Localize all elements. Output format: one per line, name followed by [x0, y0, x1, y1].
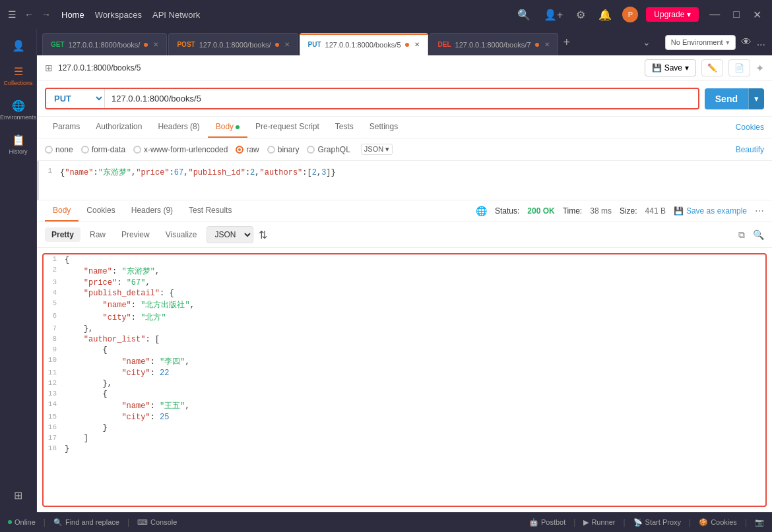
body-opt-urlencoded[interactable]: x-www-form-urlencoded — [133, 145, 228, 154]
filter-icon[interactable]: ⇅ — [259, 229, 267, 241]
env-selector[interactable]: No Environment ▾ — [665, 35, 736, 50]
method-url-wrapper: PUT GET POST DELETE PATCH — [45, 88, 699, 109]
response-format-selector[interactable]: JSON XML Text — [207, 226, 253, 243]
cookies-bottom-label: Cookies — [711, 518, 737, 526]
response-line-content: "city": 25 — [65, 413, 765, 422]
tab-put[interactable]: PUT 127.0.0.1:8000/books/5 ✕ — [300, 33, 428, 55]
tab-post[interactable]: POST 127.0.0.1:8000/books/ ✕ — [168, 33, 298, 55]
postbot-item[interactable]: 🤖 Postbot — [529, 518, 565, 527]
save-button[interactable]: 💾 Save ▾ — [645, 59, 696, 76]
copy-icon[interactable]: ⧉ — [738, 229, 745, 241]
runner-item[interactable]: ▶ Runner — [583, 518, 615, 527]
save-example-button[interactable]: 💾 Save as example — [674, 206, 747, 216]
json-type-badge[interactable]: JSON ▾ — [361, 144, 393, 155]
body-opt-graphql[interactable]: GraphQL — [307, 145, 350, 154]
env-config-icon[interactable]: 👁 — [741, 36, 752, 48]
upgrade-button[interactable]: Upgrade ▾ — [646, 7, 699, 22]
response-line: 11 "city": 22 — [44, 368, 765, 378]
resp-tab-body[interactable]: Body — [45, 200, 79, 222]
sidebar-item-environments[interactable]: 🌐 Environments — [3, 94, 34, 126]
req-tab-pre-request[interactable]: Pre-request Script — [247, 117, 327, 138]
menu-icon[interactable]: ☰ — [8, 9, 16, 20]
start-proxy-item[interactable]: 📡 Start Proxy — [633, 518, 681, 527]
beautify-button[interactable]: Beautify — [736, 145, 764, 154]
star-icon[interactable]: ✦ — [756, 62, 764, 74]
back-icon[interactable]: ← — [24, 9, 34, 20]
resp-tab-test-results[interactable]: Test Results — [181, 200, 240, 222]
tab-get[interactable]: GET 127.0.0.1:8000/books/ ✕ — [42, 33, 167, 55]
body-opt-raw[interactable]: raw — [236, 145, 259, 154]
maximize-icon[interactable]: □ — [730, 6, 742, 23]
resp-tab-cookies[interactable]: Cookies — [79, 200, 123, 222]
response-more-button[interactable]: ⋯ — [755, 206, 764, 216]
capture-icon-item[interactable]: 📷 — [755, 518, 764, 527]
method-selector[interactable]: PUT GET POST DELETE PATCH — [46, 89, 105, 108]
req-tab-body[interactable]: Body — [208, 117, 247, 138]
response-line: 10 "name": "李四", — [44, 355, 765, 368]
tab-close-put[interactable]: ✕ — [414, 41, 420, 48]
response-line: 17 ] — [44, 433, 765, 444]
req-tab-headers[interactable]: Headers (8) — [150, 117, 207, 138]
tab-row: GET 127.0.0.1:8000/books/ ✕ POST 127.0.0… — [37, 29, 772, 55]
sidebar-item-profile[interactable]: 👤 — [3, 34, 34, 57]
view-preview-button[interactable]: Preview — [115, 227, 156, 242]
resp-tab-headers[interactable]: Headers (9) — [123, 200, 181, 222]
tab-dot-del — [535, 43, 539, 47]
forward-icon[interactable]: → — [42, 9, 51, 20]
find-replace-label: Find and replace — [65, 518, 119, 526]
sidebar-item-history[interactable]: 📋 History — [3, 129, 34, 160]
tab-method-get: GET — [51, 41, 65, 48]
console-item[interactable]: ⌨ Console — [137, 518, 177, 527]
req-tab-params[interactable]: Params — [45, 117, 88, 138]
view-visualize-button[interactable]: Visualize — [159, 227, 204, 242]
add-user-icon[interactable]: 👤+ — [541, 6, 565, 24]
request-body-editor[interactable]: 1 {"name":"东游梦","price":67,"publish_id":… — [37, 161, 772, 200]
cookies-bottom-item[interactable]: 🍪 Cookies — [699, 518, 737, 527]
nav-api-network[interactable]: API Network — [152, 10, 200, 20]
minimize-icon[interactable]: — — [707, 6, 723, 23]
body-opt-formdata[interactable]: form-data — [81, 145, 125, 154]
online-dot — [8, 520, 12, 524]
nav-home[interactable]: Home — [61, 10, 84, 20]
tab-del[interactable]: DEL 127.0.0.1:8000/books/7 ✕ — [430, 33, 558, 55]
tab-dot-get — [144, 43, 148, 47]
tab-close-post[interactable]: ✕ — [284, 41, 290, 48]
gear-icon[interactable]: ⚙ — [573, 6, 588, 24]
response-line-num: 11 — [44, 369, 65, 378]
docs-icon-btn[interactable]: 📄 — [728, 59, 750, 76]
view-pretty-button[interactable]: Pretty — [45, 227, 80, 242]
tab-add-button[interactable]: + — [560, 36, 575, 49]
env-more-icon[interactable]: ... — [757, 36, 765, 48]
tab-more-button[interactable]: ⌄ — [640, 37, 653, 47]
req-tab-authorization[interactable]: Authorization — [88, 117, 150, 138]
search-icon[interactable]: 🔍 — [515, 6, 533, 24]
search-response-icon[interactable]: 🔍 — [753, 229, 764, 240]
url-input[interactable] — [105, 89, 698, 108]
tab-bar: GET 127.0.0.1:8000/books/ ✕ POST 127.0.0… — [37, 29, 659, 55]
body-opt-none[interactable]: none — [45, 145, 73, 154]
nav-workspaces[interactable]: Workspaces — [95, 10, 142, 20]
bell-icon[interactable]: 🔔 — [596, 6, 614, 24]
response-line: 18} — [44, 444, 765, 454]
tab-dot-post — [275, 43, 279, 47]
save-label: Save — [664, 63, 682, 73]
sidebar-item-collections[interactable]: ☰ Collections — [3, 60, 34, 92]
req-tab-tests[interactable]: Tests — [327, 117, 362, 138]
send-dropdown-button[interactable]: ▾ — [748, 88, 764, 109]
tab-close-get[interactable]: ✕ — [153, 41, 158, 48]
avatar-icon[interactable]: P — [622, 7, 638, 22]
edit-icon-btn[interactable]: ✏️ — [701, 59, 723, 76]
sidebar-item-grid[interactable]: ⊞ — [3, 484, 34, 507]
body-opt-graphql-label: GraphQL — [317, 145, 350, 154]
body-opt-binary[interactable]: binary — [267, 145, 300, 154]
send-button[interactable]: Send — [705, 88, 748, 109]
close-icon[interactable]: ✕ — [750, 6, 764, 24]
find-replace-item[interactable]: 🔍 Find and replace — [53, 518, 119, 527]
cookies-button[interactable]: Cookies — [736, 123, 764, 132]
req-tab-settings[interactable]: Settings — [362, 117, 406, 138]
globe-icon: 🌐 — [476, 206, 487, 216]
env-chevron-icon: ▾ — [726, 38, 730, 47]
view-raw-button[interactable]: Raw — [83, 227, 112, 242]
tab-close-del[interactable]: ✕ — [544, 41, 550, 48]
response-line-content: { — [65, 390, 765, 399]
